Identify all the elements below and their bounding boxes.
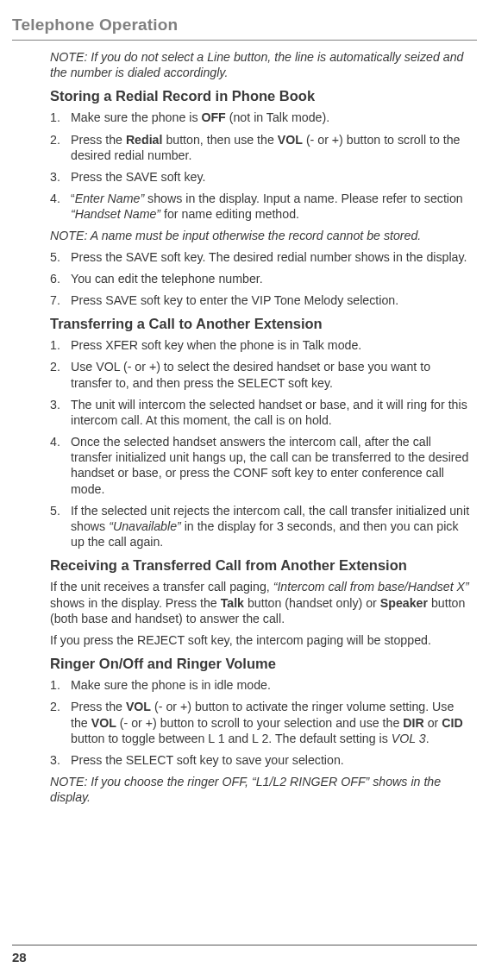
list-item: Once the selected handset answers the in…	[50, 434, 470, 497]
heading-ringer: Ringer On/Off and Ringer Volume	[50, 655, 470, 673]
list-storing-b: Press the SAVE soft key. The desired red…	[50, 249, 470, 309]
list-item: Press SAVE soft key to enter the VIP Ton…	[50, 292, 470, 308]
note-mid: NOTE: A name must be input otherwise the…	[50, 228, 470, 243]
page-content: NOTE: If you do not select a Line button…	[12, 49, 477, 805]
list-transfer: Press XFER soft key when the phone is in…	[50, 337, 470, 550]
list-item: Make sure the phone is in idle mode.	[50, 677, 470, 693]
heading-transfer: Transferring a Call to Another Extension	[50, 315, 470, 333]
list-item: Press the SAVE soft key. The desired red…	[50, 249, 470, 265]
list-item: “Enter Name” shows in the display. Input…	[50, 191, 470, 222]
heading-storing: Storing a Redial Record in Phone Book	[50, 87, 470, 105]
heading-receive: Receiving a Transferred Call from Anothe…	[50, 556, 470, 575]
receive-p2: If you press the REJECT soft key, the in…	[50, 632, 470, 648]
list-item: The unit will intercom the selected hand…	[50, 397, 470, 428]
list-item: Press the Redial button, then use the VO…	[50, 132, 470, 163]
chapter-title: Telephone Operation	[12, 16, 477, 35]
note-top: NOTE: If you do not select a Line button…	[50, 49, 470, 80]
footer-rule	[12, 945, 477, 945]
list-item: You can edit the telephone number.	[50, 271, 470, 286]
list-item: Press XFER soft key when the phone is in…	[50, 337, 470, 353]
list-item: Press the SAVE soft key.	[50, 169, 470, 185]
receive-p1: If the unit receives a transfer call pag…	[50, 579, 470, 626]
note-ringer: NOTE: If you choose the ringer OFF, “L1/…	[50, 774, 470, 805]
list-storing-a: Make sure the phone is OFF (not in Talk …	[50, 110, 470, 222]
list-item: Use VOL (- or +) to select the desired h…	[50, 359, 470, 390]
list-item: Make sure the phone is OFF (not in Talk …	[50, 110, 470, 125]
list-ringer: Make sure the phone is in idle mode. Pre…	[50, 677, 470, 768]
list-item: Press the VOL (- or +) button to activat…	[50, 699, 470, 746]
list-item: Press the SELECT soft key to save your s…	[50, 752, 470, 768]
list-item: If the selected unit rejects the interco…	[50, 503, 470, 550]
header-rule	[12, 40, 477, 41]
page-number: 28	[12, 950, 27, 964]
